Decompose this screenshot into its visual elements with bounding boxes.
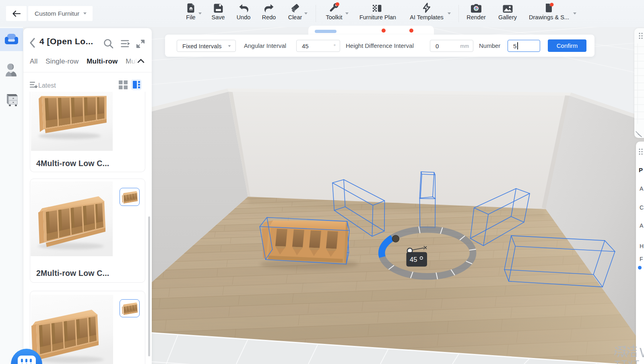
svg-text:45: 45	[410, 256, 417, 263]
